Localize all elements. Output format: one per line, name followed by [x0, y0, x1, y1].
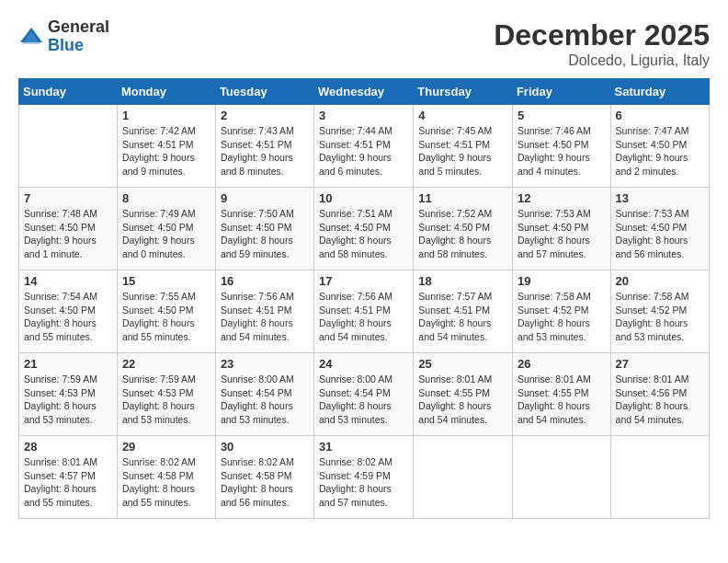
day-info: Sunrise: 7:58 AMSunset: 4:52 PMDaylight:… — [518, 290, 606, 344]
day-info: Sunrise: 7:56 AMSunset: 4:51 PMDaylight:… — [221, 290, 309, 344]
day-info: Sunrise: 7:59 AMSunset: 4:53 PMDaylight:… — [122, 373, 210, 427]
day-info: Sunrise: 8:01 AMSunset: 4:55 PMDaylight:… — [518, 373, 606, 427]
day-info: Sunrise: 7:46 AMSunset: 4:50 PMDaylight:… — [518, 124, 606, 178]
day-number: 28 — [24, 440, 112, 454]
days-of-week-row: SundayMondayTuesdayWednesdayThursdayFrid… — [19, 79, 710, 105]
day-number: 9 — [221, 191, 309, 205]
calendar-cell: 2Sunrise: 7:43 AMSunset: 4:51 PMDaylight… — [215, 105, 313, 188]
day-number: 7 — [24, 191, 112, 205]
page-header: General Blue December 2025 Dolcedo, Ligu… — [18, 18, 710, 69]
day-info: Sunrise: 7:51 AMSunset: 4:50 PMDaylight:… — [319, 207, 408, 261]
day-number: 27 — [616, 357, 704, 371]
calendar-cell: 12Sunrise: 7:53 AMSunset: 4:50 PMDayligh… — [512, 188, 610, 270]
day-info: Sunrise: 8:00 AMSunset: 4:54 PMDaylight:… — [319, 373, 408, 427]
day-number: 14 — [24, 274, 112, 288]
calendar-cell: 23Sunrise: 8:00 AMSunset: 4:54 PMDayligh… — [215, 353, 313, 436]
calendar-cell: 1Sunrise: 7:42 AMSunset: 4:51 PMDaylight… — [117, 105, 215, 188]
calendar-cell: 10Sunrise: 7:51 AMSunset: 4:50 PMDayligh… — [314, 188, 414, 270]
day-number: 15 — [122, 274, 210, 288]
day-info: Sunrise: 7:48 AMSunset: 4:50 PMDaylight:… — [24, 207, 112, 261]
logo-icon — [18, 24, 44, 50]
day-number: 1 — [122, 109, 210, 122]
day-info: Sunrise: 8:01 AMSunset: 4:55 PMDaylight:… — [418, 373, 507, 427]
calendar-cell: 26Sunrise: 8:01 AMSunset: 4:55 PMDayligh… — [512, 353, 610, 436]
calendar-body: 1Sunrise: 7:42 AMSunset: 4:51 PMDaylight… — [19, 105, 710, 519]
day-info: Sunrise: 7:53 AMSunset: 4:50 PMDaylight:… — [616, 207, 704, 261]
day-number: 12 — [518, 191, 606, 205]
calendar-cell: 22Sunrise: 7:59 AMSunset: 4:53 PMDayligh… — [117, 353, 215, 436]
calendar-cell: 30Sunrise: 8:02 AMSunset: 4:58 PMDayligh… — [215, 436, 313, 519]
day-info: Sunrise: 7:54 AMSunset: 4:50 PMDaylight:… — [24, 290, 112, 344]
day-info: Sunrise: 7:42 AMSunset: 4:51 PMDaylight:… — [122, 124, 210, 178]
calendar-cell: 9Sunrise: 7:50 AMSunset: 4:50 PMDaylight… — [215, 188, 313, 270]
day-number: 22 — [122, 357, 210, 371]
logo-text: General Blue — [48, 18, 109, 55]
calendar-week-1: 1Sunrise: 7:42 AMSunset: 4:51 PMDaylight… — [19, 105, 710, 188]
day-of-week-wednesday: Wednesday — [314, 79, 414, 105]
day-info: Sunrise: 8:01 AMSunset: 4:56 PMDaylight:… — [616, 373, 704, 427]
day-number: 11 — [418, 191, 507, 205]
calendar-cell — [512, 436, 610, 519]
location: Dolcedo, Liguria, Italy — [494, 52, 710, 69]
day-number: 18 — [418, 274, 507, 288]
day-number: 30 — [221, 440, 309, 454]
calendar-week-3: 14Sunrise: 7:54 AMSunset: 4:50 PMDayligh… — [19, 270, 710, 353]
calendar-week-4: 21Sunrise: 7:59 AMSunset: 4:53 PMDayligh… — [19, 353, 710, 436]
day-number: 8 — [122, 191, 210, 205]
day-info: Sunrise: 7:53 AMSunset: 4:50 PMDaylight:… — [518, 207, 606, 261]
day-number: 3 — [319, 109, 408, 122]
day-info: Sunrise: 8:02 AMSunset: 4:58 PMDaylight:… — [122, 455, 210, 510]
calendar-cell: 20Sunrise: 7:58 AMSunset: 4:52 PMDayligh… — [610, 270, 709, 353]
calendar-cell: 6Sunrise: 7:47 AMSunset: 4:50 PMDaylight… — [610, 105, 709, 188]
day-info: Sunrise: 7:56 AMSunset: 4:51 PMDaylight:… — [319, 290, 408, 344]
day-number: 26 — [518, 357, 606, 371]
calendar-cell: 16Sunrise: 7:56 AMSunset: 4:51 PMDayligh… — [215, 270, 313, 353]
day-number: 17 — [319, 274, 408, 288]
calendar-cell: 8Sunrise: 7:49 AMSunset: 4:50 PMDaylight… — [117, 188, 215, 270]
calendar-cell: 25Sunrise: 8:01 AMSunset: 4:55 PMDayligh… — [414, 353, 513, 436]
day-info: Sunrise: 8:02 AMSunset: 4:58 PMDaylight:… — [221, 455, 309, 510]
day-number: 4 — [418, 109, 507, 122]
day-number: 19 — [518, 274, 606, 288]
day-info: Sunrise: 8:00 AMSunset: 4:54 PMDaylight:… — [221, 373, 309, 427]
calendar-cell: 11Sunrise: 7:52 AMSunset: 4:50 PMDayligh… — [414, 188, 513, 270]
day-number: 20 — [616, 274, 704, 288]
day-info: Sunrise: 7:44 AMSunset: 4:51 PMDaylight:… — [319, 124, 408, 178]
day-of-week-sunday: Sunday — [19, 79, 118, 105]
calendar-cell: 3Sunrise: 7:44 AMSunset: 4:51 PMDaylight… — [314, 105, 414, 188]
day-number: 23 — [221, 357, 309, 371]
day-of-week-tuesday: Tuesday — [215, 79, 313, 105]
month-year: December 2025 — [494, 18, 710, 52]
calendar-cell — [610, 436, 709, 519]
day-info: Sunrise: 8:01 AMSunset: 4:57 PMDaylight:… — [24, 455, 112, 510]
day-number: 13 — [616, 191, 704, 205]
calendar-cell — [414, 436, 513, 519]
calendar-week-2: 7Sunrise: 7:48 AMSunset: 4:50 PMDaylight… — [19, 188, 710, 270]
calendar-cell: 31Sunrise: 8:02 AMSunset: 4:59 PMDayligh… — [314, 436, 414, 519]
day-info: Sunrise: 7:49 AMSunset: 4:50 PMDaylight:… — [122, 207, 210, 261]
calendar-cell: 15Sunrise: 7:55 AMSunset: 4:50 PMDayligh… — [117, 270, 215, 353]
calendar-header: SundayMondayTuesdayWednesdayThursdayFrid… — [19, 79, 710, 105]
day-number: 21 — [24, 357, 112, 371]
day-info: Sunrise: 8:02 AMSunset: 4:59 PMDaylight:… — [319, 455, 408, 510]
day-number: 10 — [319, 191, 408, 205]
calendar-cell: 29Sunrise: 8:02 AMSunset: 4:58 PMDayligh… — [117, 436, 215, 519]
day-number: 31 — [319, 440, 408, 454]
calendar-cell: 5Sunrise: 7:46 AMSunset: 4:50 PMDaylight… — [512, 105, 610, 188]
day-info: Sunrise: 7:50 AMSunset: 4:50 PMDaylight:… — [221, 207, 309, 261]
logo-general-text: General — [48, 17, 109, 36]
calendar-cell: 4Sunrise: 7:45 AMSunset: 4:51 PMDaylight… — [414, 105, 513, 188]
day-of-week-friday: Friday — [512, 79, 610, 105]
day-info: Sunrise: 7:52 AMSunset: 4:50 PMDaylight:… — [418, 207, 507, 261]
day-number: 25 — [418, 357, 507, 371]
day-info: Sunrise: 7:59 AMSunset: 4:53 PMDaylight:… — [24, 373, 112, 427]
calendar-cell: 24Sunrise: 8:00 AMSunset: 4:54 PMDayligh… — [314, 353, 414, 436]
day-of-week-monday: Monday — [117, 79, 215, 105]
calendar-cell: 21Sunrise: 7:59 AMSunset: 4:53 PMDayligh… — [19, 353, 118, 436]
calendar-cell: 13Sunrise: 7:53 AMSunset: 4:50 PMDayligh… — [610, 188, 709, 270]
calendar-cell: 27Sunrise: 8:01 AMSunset: 4:56 PMDayligh… — [610, 353, 709, 436]
day-of-week-thursday: Thursday — [414, 79, 513, 105]
day-number: 6 — [616, 109, 704, 122]
calendar-cell: 17Sunrise: 7:56 AMSunset: 4:51 PMDayligh… — [314, 270, 414, 353]
day-number: 5 — [518, 109, 606, 122]
